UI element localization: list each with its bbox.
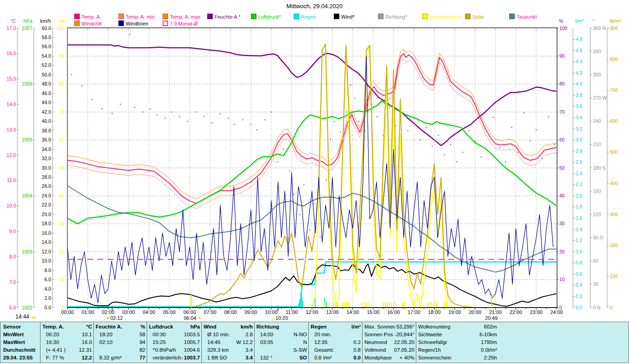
table-divider xyxy=(93,322,94,363)
svg-text:56.0: 56.0 xyxy=(42,44,51,49)
svg-text:20.0: 20.0 xyxy=(42,212,51,217)
svg-text:10: 10 xyxy=(59,277,64,282)
cell-value: N xyxy=(270,339,307,345)
cell-value: 12.31 xyxy=(56,347,92,353)
svg-text:0.6: 0.6 xyxy=(576,271,583,277)
svg-text:50: 50 xyxy=(559,165,565,171)
table-divider xyxy=(147,322,147,363)
svg-text:00:00: 00:00 xyxy=(61,309,74,315)
cell-value: 12.2 xyxy=(56,355,92,361)
col-header: Wind xyxy=(204,324,216,330)
axis-c: 17.016.015.014.013.012.011.010.09.08.07.… xyxy=(7,18,19,310)
svg-text:11.0: 11.0 xyxy=(7,177,16,183)
svg-text:80: 80 xyxy=(59,81,64,86)
svg-text:4.0: 4.0 xyxy=(576,81,583,86)
svg-text:3.6: 3.6 xyxy=(576,103,583,109)
svg-text:0.0: 0.0 xyxy=(44,305,51,310)
svg-text:28.0: 28.0 xyxy=(42,174,51,180)
axis-: 1009080706050403020100% xyxy=(557,18,568,310)
cell-value: 602m xyxy=(432,324,497,330)
corner-time: 14:44 ☁ xyxy=(15,313,36,320)
svg-text:18.0: 18.0 xyxy=(42,221,51,226)
cell-value: 94 xyxy=(109,339,145,345)
weather-chart-page: Mittwoch, 29.04.2020 Temp. A.Temp. A. mi… xyxy=(0,0,629,364)
table-divider xyxy=(254,322,255,363)
svg-text:400: 400 xyxy=(610,181,618,186)
cell-value: 3.4 xyxy=(217,355,253,361)
svg-text:18:00: 18:00 xyxy=(428,309,441,315)
cell-value: 2.8 xyxy=(217,332,253,338)
svg-text:1.2: 1.2 xyxy=(576,238,583,243)
col-unit: km/h xyxy=(217,324,253,330)
col-unit: °C xyxy=(56,324,92,330)
svg-text:17.0: 17.0 xyxy=(7,25,16,31)
svg-text:34.0: 34.0 xyxy=(42,147,51,152)
svg-text:36.0: 36.0 xyxy=(42,137,51,142)
svg-text:32.0: 32.0 xyxy=(42,156,51,161)
svg-text:7.0: 7.0 xyxy=(9,279,16,285)
svg-text:60: 60 xyxy=(593,258,598,263)
col-header: Richtung xyxy=(256,324,279,330)
svg-text:38.0: 38.0 xyxy=(42,128,51,133)
svg-text:50: 50 xyxy=(59,165,64,171)
svg-text:100: 100 xyxy=(610,273,618,279)
axis-unit-°: ° xyxy=(593,18,594,24)
svg-text:3.2: 3.2 xyxy=(576,126,583,131)
svg-text:09:00: 09:00 xyxy=(245,309,257,315)
col-unit: hPa xyxy=(163,324,200,330)
svg-text:90: 90 xyxy=(59,53,64,59)
svg-text:10.0: 10.0 xyxy=(42,258,51,263)
svg-text:08:00: 08:00 xyxy=(224,309,237,315)
table-divider xyxy=(308,322,309,363)
svg-text:13.0: 13.0 xyxy=(7,127,16,132)
svg-text:11:00: 11:00 xyxy=(286,309,298,315)
svg-text:4.0: 4.0 xyxy=(44,286,51,292)
sunrise-sun-icon: 06:04 ☀ xyxy=(184,315,202,321)
svg-text:900: 900 xyxy=(610,25,618,31)
svg-text:06:00: 06:00 xyxy=(184,309,196,315)
gridlines xyxy=(67,28,557,308)
svg-text:04:00: 04:00 xyxy=(143,309,155,315)
axis-unit-%: % xyxy=(559,18,563,24)
svg-text:3.8: 3.8 xyxy=(576,92,583,98)
svg-text:300: 300 xyxy=(593,72,601,77)
series-layer xyxy=(67,34,557,308)
cell-value: 77 xyxy=(109,355,145,361)
svg-text:120: 120 xyxy=(593,212,601,217)
row-label-3: Durchschnitt xyxy=(3,347,36,353)
svg-text:6.0: 6.0 xyxy=(44,277,51,282)
axis-unit-min: min xyxy=(58,18,66,24)
cell-value: W 12.2 xyxy=(217,339,253,345)
svg-text:1004: 1004 xyxy=(22,193,33,198)
svg-text:600: 600 xyxy=(610,118,618,124)
svg-text:70: 70 xyxy=(59,109,64,115)
cell-value: -20,844° xyxy=(378,332,414,338)
cell-value: 1790m xyxy=(432,339,497,345)
series-windboeen xyxy=(67,56,553,303)
svg-text:0.8: 0.8 xyxy=(576,260,583,265)
table-divider xyxy=(362,322,363,363)
cell-value: 6-10km xyxy=(432,332,497,338)
svg-text:0 N: 0 N xyxy=(593,305,600,310)
svg-text:240: 240 xyxy=(593,118,601,124)
svg-text:60.0: 60.0 xyxy=(42,25,51,31)
svg-text:100: 100 xyxy=(559,25,568,31)
row-label-4: 29.04. 23:55 xyxy=(3,355,33,361)
cell-value: 1005.7 xyxy=(163,339,200,345)
svg-text:1.6: 1.6 xyxy=(576,215,583,221)
cell-value: 0.0 xyxy=(324,355,361,361)
row-label-2: MaxWert xyxy=(3,339,25,345)
cell-value: 07.05.20 xyxy=(378,347,414,353)
cell-value: 0.8 xyxy=(324,347,361,353)
cell-value: 53,296° xyxy=(378,324,414,330)
svg-text:30: 30 xyxy=(59,221,64,226)
chart-area: 17.016.015.014.013.012.011.010.09.08.07.… xyxy=(0,0,629,324)
svg-text:4.8: 4.8 xyxy=(576,36,583,42)
svg-text:30: 30 xyxy=(593,281,598,287)
axis-unit-°C: °C xyxy=(10,18,16,24)
svg-text:1.4: 1.4 xyxy=(576,227,583,232)
svg-text:0: 0 xyxy=(610,305,613,310)
axis-: 360 N330300270 W240210180 S15012090 O603… xyxy=(590,18,607,310)
cell-value: 16.0 xyxy=(56,339,92,345)
cell-value: 1004.6 xyxy=(163,347,200,353)
